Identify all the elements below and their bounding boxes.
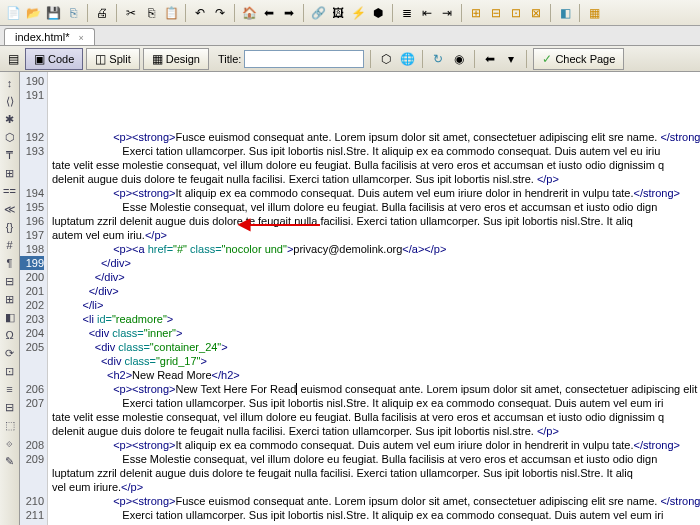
code-line[interactable]: Exerci tation ullamcorper. Sus ipit lobo…	[52, 508, 700, 522]
vtool-btn-21[interactable]: ✎	[2, 453, 18, 469]
code-line[interactable]: Exerci tation ullamcorper. Sus ipit lobo…	[52, 144, 700, 158]
vtool-btn-5[interactable]: ⊞	[2, 165, 18, 181]
globe-icon[interactable]: 🌐	[398, 50, 416, 68]
css2-icon[interactable]: ◧	[556, 4, 574, 22]
vtool-btn-4[interactable]: ₸	[2, 147, 18, 163]
vtool-btn-13[interactable]: ◧	[2, 309, 18, 325]
cut-icon[interactable]: ✂	[122, 4, 140, 22]
new-icon[interactable]: 📄	[4, 4, 22, 22]
vtool-btn-18[interactable]: ⊟	[2, 399, 18, 415]
vtool-btn-0[interactable]: ↕	[2, 75, 18, 91]
outdent-icon[interactable]: ⇤	[418, 4, 436, 22]
separator	[461, 4, 462, 22]
vtool-btn-1[interactable]: ⟨⟩	[2, 93, 18, 109]
separator	[116, 4, 117, 22]
vtool-btn-16[interactable]: ⊡	[2, 363, 18, 379]
code-line[interactable]: <h2>New Read More</h2>	[52, 368, 700, 382]
code-line[interactable]: <div class="container_24">	[52, 340, 700, 354]
vtool-btn-14[interactable]: Ω	[2, 327, 18, 343]
css-icon[interactable]: ⬢	[369, 4, 387, 22]
vtool-btn-11[interactable]: ⊟	[2, 273, 18, 289]
vtool-btn-7[interactable]: ≪	[2, 201, 18, 217]
line-gutter: 1901911921931941951961971981992002012022…	[20, 72, 48, 525]
design-view-button[interactable]: ▦Design	[143, 48, 209, 70]
close-icon[interactable]: ×	[78, 33, 83, 43]
nav-icon[interactable]: ⬅	[481, 50, 499, 68]
open-icon[interactable]: 📂	[24, 4, 42, 22]
vtool-btn-20[interactable]: ⟐	[2, 435, 18, 451]
code-line[interactable]: </div>	[52, 270, 700, 284]
code-line[interactable]: delenit augue duis dolore te feugait nul…	[52, 424, 700, 438]
code-editor[interactable]: 1901911921931941951961971981992002012022…	[20, 72, 700, 525]
code-line[interactable]: Esse Molestie consequat, vel illum dolor…	[52, 200, 700, 214]
check-page-button[interactable]: ✓Check Page	[533, 48, 624, 70]
code-line[interactable]: <p><strong>Fusce euismod consequat ante.…	[52, 494, 700, 508]
code-line[interactable]: <li id="readmore">	[52, 312, 700, 326]
code-line[interactable]: luptatum zzril delenit augue duis dolore…	[52, 466, 700, 480]
print-icon[interactable]: 🖨	[93, 4, 111, 22]
separator	[370, 50, 371, 68]
tbl3-icon[interactable]: ⊡	[507, 4, 525, 22]
vtool-btn-9[interactable]: #	[2, 237, 18, 253]
undo-icon[interactable]: ↶	[191, 4, 209, 22]
code-line[interactable]: <p><strong>It aliquip ex ea commodo cons…	[52, 186, 700, 200]
vtool-btn-12[interactable]: ⊞	[2, 291, 18, 307]
vtool-btn-10[interactable]: ¶	[2, 255, 18, 271]
code-line[interactable]: Esse Molestie consequat, vel illum dolor…	[52, 452, 700, 466]
vtool-btn-8[interactable]: {}	[2, 219, 18, 235]
home-icon[interactable]: 🏠	[240, 4, 258, 22]
code-line[interactable]: </div>	[52, 284, 700, 298]
vtool-btn-19[interactable]: ⬚	[2, 417, 18, 433]
tab-index-html[interactable]: index.html* ×	[4, 28, 95, 45]
code-line[interactable]: <div class="inner">	[52, 326, 700, 340]
code-line[interactable]: autem vel eum iriu.</p>	[52, 228, 700, 242]
cssdoc-icon[interactable]: ⬡	[377, 50, 395, 68]
view-icon[interactable]: ◉	[450, 50, 468, 68]
img-icon[interactable]: 🖼	[329, 4, 347, 22]
flash-icon[interactable]: ⚡	[349, 4, 367, 22]
code-line[interactable]: luptatum zzril delenit augue duis dolore…	[52, 214, 700, 228]
fwd-icon[interactable]: ➡	[280, 4, 298, 22]
refresh-icon[interactable]: ↻	[429, 50, 447, 68]
vtool-btn-2[interactable]: ✱	[2, 111, 18, 127]
file-icon[interactable]: ▤	[4, 50, 22, 68]
redo-icon[interactable]: ↷	[211, 4, 229, 22]
code-line[interactable]: </li>	[52, 298, 700, 312]
code-line[interactable]: </div>	[52, 256, 700, 270]
list-icon[interactable]: ≣	[398, 4, 416, 22]
code-line[interactable]: Exerci tation ullamcorper. Sus ipit lobo…	[52, 396, 700, 410]
indent-icon[interactable]: ⇥	[438, 4, 456, 22]
separator	[422, 50, 423, 68]
title-input[interactable]	[244, 50, 364, 68]
code-line[interactable]: delenit augue duis dolore te feugait nul…	[52, 172, 700, 186]
tbl2-icon[interactable]: ⊟	[487, 4, 505, 22]
file-tabbar: index.html* ×	[0, 26, 700, 46]
code-line[interactable]: tate velit esse molestie consequat, vel …	[52, 410, 700, 424]
paste-icon[interactable]: 📋	[162, 4, 180, 22]
split-view-button[interactable]: ◫Split	[86, 48, 139, 70]
separator	[550, 4, 551, 22]
copy-icon[interactable]: ⎘	[142, 4, 160, 22]
separator	[87, 4, 88, 22]
grid-icon[interactable]: ▦	[585, 4, 603, 22]
back-icon[interactable]: ⬅	[260, 4, 278, 22]
vtool-btn-17[interactable]: ≡	[2, 381, 18, 397]
code-line[interactable]: <p><strong>Fusce euismod consequat ante.…	[52, 130, 700, 144]
code-line[interactable]: vel eum iriure.</p>	[52, 480, 700, 494]
vtool-btn-15[interactable]: ⟳	[2, 345, 18, 361]
tbl-icon[interactable]: ⊞	[467, 4, 485, 22]
code-line[interactable]: <p><strong>It aliquip ex ea commodo cons…	[52, 438, 700, 452]
code-line[interactable]: <p><strong>New Text Here For Read euismo…	[52, 382, 700, 396]
link-icon[interactable]: 🔗	[309, 4, 327, 22]
tbl4-icon[interactable]: ⊠	[527, 4, 545, 22]
code-line[interactable]: tate velit esse molestie consequat, vel …	[52, 158, 700, 172]
vtool-btn-3[interactable]: ⬡	[2, 129, 18, 145]
code-line[interactable]: <p><a href="#" class="nocolor und">priva…	[52, 242, 700, 256]
opts-icon[interactable]: ▾	[502, 50, 520, 68]
code-line[interactable]: <div class="grid_17">	[52, 354, 700, 368]
saveall-icon[interactable]: ⎘	[64, 4, 82, 22]
vtool-btn-6[interactable]: ==	[2, 183, 18, 199]
save-icon[interactable]: 💾	[44, 4, 62, 22]
code-view-button[interactable]: ▣Code	[25, 48, 83, 70]
code-area[interactable]: ◀ <p><strong>Fusce euismod consequat ant…	[48, 72, 700, 525]
